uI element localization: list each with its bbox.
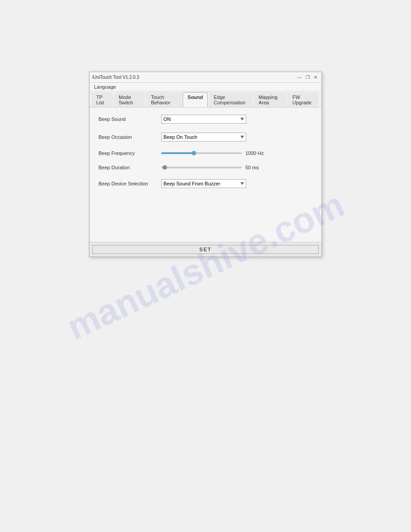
title-bar: iUniTouch Tool V1.2.0.3 — ❐ ✕ (90, 72, 321, 83)
window-controls: — ❐ ✕ (296, 74, 319, 81)
beep-frequency-value: 1000 Hz (245, 150, 268, 156)
beep-sound-control: ON OFF (161, 115, 313, 124)
tab-mapping-area[interactable]: Mapping Area (253, 92, 287, 107)
beep-frequency-row: Beep Frequency 1000 Hz (98, 150, 313, 156)
main-window: iUniTouch Tool V1.2.0.3 — ❐ ✕ Language T… (89, 72, 322, 257)
close-button[interactable]: ✕ (313, 74, 319, 81)
beep-occasion-dropdown[interactable]: Beep On Touch Beep On Release (161, 133, 246, 142)
beep-frequency-control: 1000 Hz (161, 150, 313, 156)
tab-sound[interactable]: Sound (183, 92, 208, 107)
beep-duration-value: 50 ms (245, 165, 268, 170)
beep-sound-row: Beep Sound ON OFF (98, 115, 313, 124)
beep-frequency-label: Beep Frequency (98, 150, 161, 156)
beep-duration-slider-container: 50 ms (161, 165, 313, 170)
set-button-bar: SET (90, 242, 321, 257)
beep-sound-label: Beep Sound (98, 116, 161, 122)
beep-duration-row: Beep Duration 50 ms (98, 165, 313, 170)
language-menu[interactable]: Language (92, 84, 118, 90)
beep-occasion-label: Beep Occasion (98, 134, 161, 140)
window-title: iUniTouch Tool V1.2.0.3 (92, 75, 139, 80)
tab-tp-list[interactable]: TP List (91, 92, 113, 107)
restore-button[interactable]: ❐ (304, 74, 311, 81)
set-button[interactable]: SET (92, 245, 319, 254)
menu-bar: Language (90, 83, 321, 91)
tab-edge-compensation[interactable]: Edge Compensation (209, 92, 253, 107)
beep-frequency-slider[interactable] (161, 152, 242, 154)
tab-mode-switch[interactable]: Mode Switch (114, 92, 145, 107)
content-area: Beep Sound ON OFF Beep Occasion Beep On … (90, 107, 321, 242)
beep-duration-label: Beep Duration (98, 165, 161, 170)
beep-frequency-slider-container: 1000 Hz (161, 150, 313, 156)
beep-duration-control: 50 ms (161, 165, 313, 170)
beep-occasion-control: Beep On Touch Beep On Release (161, 133, 313, 142)
tab-fw-upgrade[interactable]: FW Upgrade (287, 92, 319, 107)
beep-device-selection-label: Beep Device Selection (98, 181, 161, 186)
beep-device-selection-control: Beep Sound From Buzzer Beep Sound From S… (161, 179, 313, 188)
beep-duration-slider[interactable] (161, 167, 242, 168)
beep-device-selection-row: Beep Device Selection Beep Sound From Bu… (98, 179, 313, 188)
beep-sound-dropdown[interactable]: ON OFF (161, 115, 246, 124)
beep-device-selection-dropdown[interactable]: Beep Sound From Buzzer Beep Sound From S… (161, 179, 246, 188)
tab-bar: TP List Mode Switch Touch Behavior Sound… (90, 91, 321, 107)
beep-occasion-row: Beep Occasion Beep On Touch Beep On Rele… (98, 133, 313, 142)
tab-touch-behavior[interactable]: Touch Behavior (146, 92, 182, 107)
minimize-button[interactable]: — (296, 74, 303, 81)
